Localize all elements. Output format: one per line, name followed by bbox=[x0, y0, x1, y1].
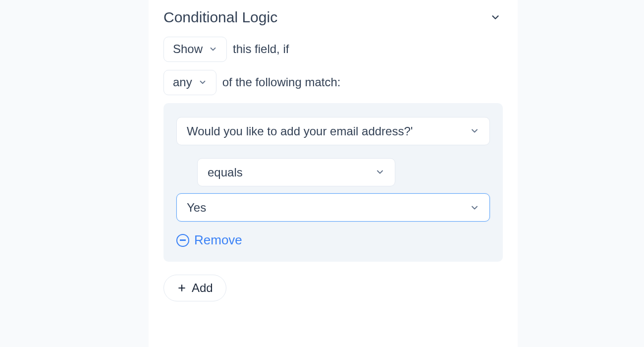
match-sentence-row: any of the following match: bbox=[163, 70, 503, 95]
section-title: Conditional Logic bbox=[163, 9, 277, 26]
chevron-down-icon bbox=[490, 12, 501, 23]
action-select[interactable]: Show bbox=[163, 37, 227, 62]
match-sentence-text: of the following match: bbox=[222, 75, 341, 89]
action-sentence-row: Show this field, if bbox=[163, 37, 503, 62]
rule-value-value: Yes bbox=[187, 200, 206, 215]
chevron-down-icon bbox=[375, 167, 385, 177]
chevron-down-icon bbox=[470, 126, 480, 136]
chevron-down-icon bbox=[198, 78, 207, 87]
rule-operator-value: equals bbox=[208, 165, 243, 180]
action-select-value: Show bbox=[173, 42, 203, 57]
match-select-value: any bbox=[173, 75, 192, 90]
remove-rule-button[interactable]: Remove bbox=[176, 232, 242, 248]
minus-circle-icon bbox=[176, 234, 189, 247]
match-select[interactable]: any bbox=[163, 70, 216, 95]
rule-operator-select[interactable]: equals bbox=[197, 158, 395, 186]
chevron-down-icon bbox=[209, 45, 217, 54]
remove-rule-label: Remove bbox=[194, 232, 242, 248]
plus-icon bbox=[177, 283, 187, 293]
add-rule-label: Add bbox=[192, 281, 213, 295]
rule-field-select[interactable]: Would you like to add your email address… bbox=[176, 117, 490, 145]
section-header[interactable]: Conditional Logic bbox=[163, 9, 503, 26]
rule-value-select[interactable]: Yes bbox=[176, 193, 490, 222]
chevron-down-icon bbox=[470, 203, 480, 213]
action-sentence-text: this field, if bbox=[233, 42, 289, 56]
conditional-logic-panel: Conditional Logic Show this field, if an… bbox=[149, 0, 518, 347]
rule-field-value: Would you like to add your email address… bbox=[187, 123, 413, 139]
rule-block: Would you like to add your email address… bbox=[163, 103, 503, 262]
add-rule-button[interactable]: Add bbox=[163, 275, 226, 301]
